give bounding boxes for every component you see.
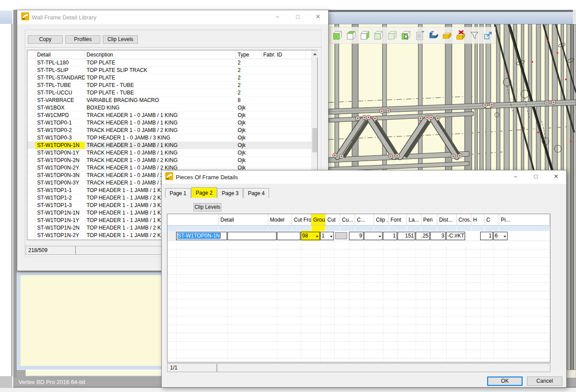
c-field[interactable]: 9	[349, 232, 364, 240]
maximize-icon[interactable]: □	[526, 170, 546, 183]
filter-cell[interactable]	[457, 226, 471, 231]
filter-cell[interactable]	[167, 226, 219, 231]
grid-column-header[interactable]: Pen	[421, 214, 437, 225]
grid-column-header[interactable]: Clip ...	[374, 214, 389, 225]
grid-column-header[interactable]: Dist...	[437, 214, 457, 225]
detail-field[interactable]: ST-W1TOP0N-1N	[176, 232, 227, 240]
filter-cell[interactable]	[268, 226, 292, 231]
column-header-description[interactable]: Description	[85, 50, 236, 59]
grid-column-header[interactable]: H	[471, 214, 485, 225]
column-header-gutter[interactable]	[27, 50, 35, 59]
filter-cell[interactable]	[407, 226, 421, 231]
pieces-grid-data-row[interactable]: ST-W1TOP0N-1N 98 1 9 1 151 .25 3 -C:#KT#…	[167, 231, 550, 241]
pen-field[interactable]: .25	[416, 232, 430, 240]
table-row[interactable]: ST-W1TOP0N-1N TRACK HEADER 1 - 0 JAMB / …	[27, 142, 311, 149]
pi-dropdown[interactable]: 6	[493, 232, 508, 240]
library-titlebar[interactable]: Wall Frame Detail Library – □ ✕	[17, 10, 328, 24]
cube-front-face-view-icon[interactable]	[332, 29, 343, 41]
grid-column-header[interactable]: Group	[311, 214, 326, 225]
filter-icon[interactable]	[469, 29, 480, 41]
scroll-up-icon[interactable]	[312, 50, 318, 57]
table-row[interactable]: ST-TPL-STANDARD TOP PLATE 2	[27, 74, 311, 82]
table-row[interactable]: ST-W1TOP0-2 TRACK HEADER 1 - 0 JAMB / 2 …	[27, 127, 311, 134]
filter-cell[interactable]	[485, 226, 499, 231]
filter-cell[interactable]	[471, 226, 485, 231]
grid-column-header[interactable]	[167, 214, 219, 225]
solid-shaded-cube-icon[interactable]	[387, 29, 398, 41]
tab-page[interactable]: Page 1	[165, 188, 191, 198]
close-icon[interactable]: ✕	[308, 10, 328, 23]
copy-button[interactable]: Copy	[28, 35, 63, 44]
delete-tray-icon[interactable]	[455, 29, 466, 41]
filter-cell[interactable]	[326, 226, 340, 231]
minimize-icon[interactable]: –	[267, 10, 288, 23]
group-dropdown[interactable]: 98	[301, 232, 320, 240]
filter-cell[interactable]	[311, 226, 326, 231]
clip-levels-button[interactable]: Clip Levels	[193, 203, 221, 211]
table-row[interactable]: ST-TPL-TUBE TOP PLATE - TUBE 2	[27, 82, 311, 89]
table-row[interactable]: ST-W1TOP0N-2N TRACK HEADER 1 - 0 JAMB / …	[27, 157, 311, 164]
filter-cell[interactable]	[292, 226, 311, 231]
grid-column-header[interactable]: Cut	[326, 214, 340, 225]
model-field[interactable]	[227, 232, 277, 240]
grid-column-header[interactable]: C...	[355, 214, 374, 225]
pieces-titlebar[interactable]: Pieces Of Frame Details – □ ✕	[162, 170, 566, 184]
cros-field[interactable]: -C:#KT#	[446, 232, 465, 240]
grid-column-header[interactable]: La...	[407, 214, 421, 225]
filter-cell[interactable]	[340, 226, 355, 231]
tab-page[interactable]: Page 4	[243, 188, 269, 198]
grid-column-header[interactable]: Font	[389, 214, 407, 225]
column-header-fabr-id[interactable]: Fabr. ID	[261, 50, 306, 59]
open-tray-icon[interactable]	[441, 29, 453, 41]
grid-column-header[interactable]: Cros...	[457, 214, 471, 225]
ok-button[interactable]: OK	[487, 377, 523, 386]
clip-levels-button[interactable]: Clip Levels	[103, 35, 138, 44]
tab-page[interactable]: Page 3	[217, 188, 243, 198]
grid-column-header[interactable]: Cut From	[292, 214, 311, 225]
scrollbar-thumb[interactable]	[312, 128, 317, 152]
column-header-detail[interactable]: Detail	[35, 50, 85, 59]
grid-column-header[interactable]: Detail	[219, 214, 268, 225]
maximize-icon[interactable]: □	[288, 10, 308, 23]
profile-3d-part-icon[interactable]	[428, 29, 439, 41]
la-field[interactable]: 151	[398, 232, 415, 240]
close-icon[interactable]: ✕	[546, 170, 566, 183]
select-face-cursor-icon[interactable]	[400, 29, 412, 41]
table-row[interactable]: ST-TPL-UCCU TOP PLATE - TUBE 2	[27, 89, 311, 97]
filter-cell[interactable]	[355, 226, 374, 231]
minimize-icon[interactable]: –	[505, 170, 526, 183]
cut-from-field[interactable]	[277, 232, 300, 240]
cube-right-face-view-icon[interactable]	[359, 29, 371, 41]
table-row[interactable]: ST-W1BOX BOXED KING Ojk	[27, 104, 311, 112]
clip-dropdown[interactable]	[364, 232, 383, 240]
drawing-list-icon[interactable]	[414, 29, 425, 41]
grid-column-header[interactable]: C	[485, 214, 499, 225]
c2-field[interactable]: 1	[480, 232, 493, 240]
column-header-type[interactable]: Type	[236, 50, 261, 59]
table-row[interactable]: ST-W1CMPD TRACK HEADER 1 - 0 JAMB / 1 KI…	[27, 112, 311, 119]
filter-cell[interactable]	[499, 226, 550, 231]
table-row[interactable]: ST-W1TOP0-1 TRACK HEADER 1 - 0 JAMB / 1 …	[27, 119, 311, 127]
filter-cell[interactable]	[437, 226, 457, 231]
filter-cell[interactable]	[389, 226, 407, 231]
dist-field[interactable]: 3	[430, 232, 446, 240]
filter-cell[interactable]	[219, 226, 268, 231]
table-row[interactable]: ST-TPL-L180 TOP PLATE 2	[27, 59, 311, 67]
tab-page[interactable]: Page 2	[191, 187, 217, 198]
table-row[interactable]: ST-VARBRACE VARIABLE BRACING MACRO 8	[27, 97, 311, 104]
cut-dropdown[interactable]: 1	[320, 232, 334, 240]
cancel-button[interactable]: Cancel	[527, 377, 562, 386]
grid-column-header[interactable]: Cu...	[340, 214, 355, 225]
profiles-button[interactable]: Profiles	[65, 35, 100, 44]
table-row[interactable]: ST-TPL-SLIP TOP PLATE SLIP TRACK 2	[27, 67, 311, 74]
filter-cell[interactable]	[374, 226, 389, 231]
cube-hidden-line-view-icon[interactable]	[373, 29, 384, 41]
grid-column-header[interactable]: Model	[268, 214, 292, 225]
cube-top-face-view-icon[interactable]	[345, 29, 357, 41]
empty-grid-rows[interactable]	[167, 241, 550, 362]
filter-cell[interactable]	[421, 226, 437, 231]
table-row[interactable]: ST-W1TOP0-3 TOP HEADER 1 - 0 JAMB / 3 KI…	[27, 134, 311, 142]
export-view-arrows-icon[interactable]	[482, 29, 494, 41]
table-row[interactable]: ST-W1TOP0N-1Y TRACK HEADER 1 - 0 JAMB / …	[27, 149, 311, 157]
grid-column-header[interactable]: Pi...	[499, 214, 550, 225]
